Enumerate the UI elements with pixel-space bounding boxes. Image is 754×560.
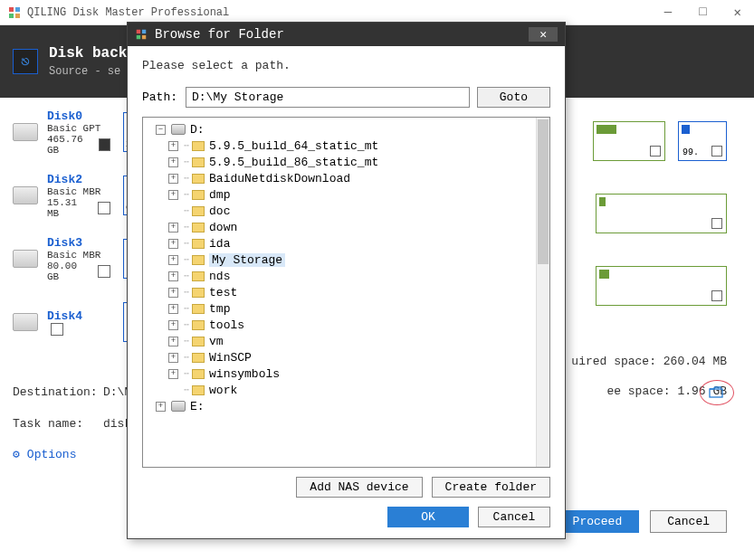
options-link[interactable]: Options: [27, 448, 77, 461]
disk-info: Disk3 Basic MBR 80.00 GB: [47, 236, 110, 282]
tree-folder[interactable]: ⋯BaiduNetdiskDownload: [143, 170, 549, 186]
tree-folder[interactable]: ⋯tools: [143, 317, 549, 333]
dialog-close-button[interactable]: ✕: [529, 27, 558, 42]
tree-label: 5.9.5_build_64_static_mt: [209, 139, 378, 153]
tree-folder[interactable]: ⋯test: [143, 284, 549, 300]
folder-icon: [192, 353, 205, 363]
expand-icon[interactable]: [168, 255, 178, 265]
folder-icon: [192, 255, 205, 265]
path-label: Path:: [142, 90, 178, 104]
expand-icon[interactable]: [168, 206, 178, 216]
proceed-button[interactable]: Proceed: [556, 510, 640, 533]
tree-folder[interactable]: ⋯tmp: [143, 300, 549, 317]
partition-box[interactable]: [596, 266, 727, 306]
tree-label: My Storage: [209, 253, 285, 267]
disk-checkbox[interactable]: [98, 202, 110, 214]
disk-info: Disk0 Basic GPT 465.76 GB: [47, 109, 110, 156]
expand-icon[interactable]: [168, 157, 178, 167]
disk-icon: [13, 123, 38, 141]
tree-folder[interactable]: ⋯5.9.5_build_64_static_mt: [143, 138, 549, 154]
disk-size: 15.31 MB: [47, 197, 94, 219]
partition-box[interactable]: 99.: [678, 121, 727, 161]
svg-rect-4: [710, 389, 722, 397]
disk-checkbox[interactable]: [99, 138, 110, 151]
tree-folder[interactable]: ⋯dmp: [143, 186, 549, 203]
expand-icon[interactable]: [168, 337, 178, 346]
page-title: Disk back: [49, 45, 127, 62]
expand-icon[interactable]: [168, 174, 178, 184]
dialog-cancel-button[interactable]: Cancel: [478, 507, 550, 527]
destination-label: Destination:: [13, 385, 103, 399]
disk-name: Disk2: [47, 173, 110, 186]
expand-icon[interactable]: [168, 141, 178, 151]
tree-label: test: [209, 286, 237, 299]
expand-icon[interactable]: [168, 304, 178, 314]
tree-label: ida: [209, 237, 230, 251]
goto-button[interactable]: Goto: [477, 87, 550, 108]
tree-folder[interactable]: ⋯ida: [143, 235, 549, 252]
folder-icon: [192, 337, 205, 346]
tree-drive[interactable]: D:: [143, 121, 549, 138]
main-window-title: QILING Disk Master Professional: [27, 6, 659, 19]
minimize-button[interactable]: —: [659, 5, 677, 20]
tree-folder[interactable]: ⋯nds: [143, 268, 549, 284]
folder-icon: [192, 141, 205, 151]
expand-icon[interactable]: [168, 190, 178, 200]
expand-icon[interactable]: [168, 369, 178, 379]
ok-button[interactable]: OK: [387, 507, 469, 527]
expand-icon[interactable]: [168, 353, 178, 363]
required-space: uired space: 260.04 MB: [571, 355, 727, 368]
folder-icon: [192, 174, 205, 184]
path-input[interactable]: [186, 87, 470, 108]
tree-folder[interactable]: ⋯WinSCP: [143, 349, 549, 365]
folder-tree[interactable]: D:⋯5.9.5_build_64_static_mt⋯5.9.5_build_…: [142, 117, 550, 468]
expand-icon[interactable]: [168, 239, 178, 249]
create-folder-button[interactable]: Create folder: [432, 477, 550, 498]
expand-icon[interactable]: [156, 402, 166, 412]
tree-folder[interactable]: ⋯vm: [143, 333, 549, 349]
disk-name: Disk0: [47, 109, 110, 123]
dialog-title: Browse for Folder: [155, 27, 529, 42]
folder-icon: [192, 304, 205, 314]
partition-box[interactable]: [596, 194, 727, 233]
expand-icon[interactable]: [168, 320, 178, 330]
folder-icon: [192, 320, 205, 330]
tree-label: dmp: [209, 188, 230, 202]
gear-icon: ⚙: [13, 447, 20, 461]
tree-folder[interactable]: ⋯down: [143, 219, 549, 235]
tree-folder[interactable]: ⋯My Storage: [143, 252, 549, 268]
tree-drive[interactable]: E:: [143, 398, 549, 414]
tree-label: BaiduNetdiskDownload: [209, 172, 350, 185]
add-nas-button[interactable]: Add NAS device: [296, 477, 422, 498]
close-button[interactable]: ✕: [729, 5, 747, 20]
expand-icon[interactable]: [168, 288, 178, 298]
svg-rect-8: [142, 35, 146, 39]
svg-rect-5: [137, 30, 140, 33]
tree-folder[interactable]: ⋯winsymbols: [143, 365, 549, 382]
disk-icon: [13, 250, 38, 268]
app-logo-icon: [7, 5, 22, 20]
disk-type: Basic MBR: [47, 186, 110, 197]
dialog-titlebar: Browse for Folder ✕: [128, 23, 565, 46]
cancel-button[interactable]: Cancel: [650, 510, 727, 533]
expand-icon[interactable]: [168, 385, 178, 395]
task-name-label: Task name:: [13, 417, 103, 431]
disk-checkbox[interactable]: [98, 265, 110, 278]
tree-folder[interactable]: ⋯5.9.5_build_86_static_mt: [143, 154, 549, 170]
tree-label: tools: [209, 318, 244, 332]
tree-folder[interactable]: ⋯doc: [143, 203, 549, 219]
folder-icon: [192, 271, 205, 281]
partition-box[interactable]: [593, 121, 665, 161]
expand-icon[interactable]: [156, 125, 166, 135]
expand-icon[interactable]: [168, 223, 178, 233]
browse-destination-button[interactable]: [700, 380, 734, 405]
drive-icon: [171, 401, 186, 412]
folder-icon: [192, 288, 205, 298]
tree-scrollbar[interactable]: [536, 118, 549, 467]
disk-checkbox[interactable]: [51, 323, 63, 336]
tree-folder[interactable]: ⋯work: [143, 382, 549, 398]
maximize-button[interactable]: □: [693, 5, 711, 20]
tree-label: WinSCP: [209, 351, 252, 365]
expand-icon[interactable]: [168, 271, 178, 281]
folder-browse-icon: [709, 386, 725, 399]
